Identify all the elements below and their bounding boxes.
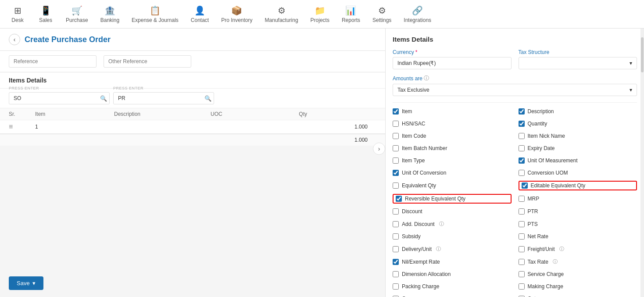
settings-icon: ⚙ [378, 5, 386, 16]
back-button[interactable]: ‹ [9, 34, 20, 45]
nav-desk[interactable]: ⊞ Desk [4, 3, 31, 26]
checkbox-input-mrp[interactable] [519, 196, 525, 202]
nav-contact[interactable]: 👤 Contact [186, 3, 214, 26]
amounts-info-icon[interactable]: ⓘ [424, 75, 429, 82]
checkbox-label-nil_exempt_rate: Nil/Exempt Rate [402, 259, 440, 265]
nav-banking[interactable]: 🏦 Banking [95, 3, 125, 26]
checkbox-input-add_discount[interactable] [393, 221, 399, 227]
checkbox-input-dimension_allocation[interactable] [393, 271, 399, 277]
checkbox-label-net_rate: Net Rate [528, 233, 548, 240]
currency-required: * [415, 49, 418, 55]
checkbox-input-delivery_unit[interactable] [393, 246, 399, 252]
checkbox-label-unit_of_conversion: Unit Of Conversion [402, 170, 446, 176]
nav-sales[interactable]: 📱 Sales [32, 3, 59, 26]
nav-reports[interactable]: 📊 Reports [336, 3, 365, 26]
amounts-select[interactable]: Tax Exclusive ▾ [393, 84, 637, 96]
col-sr: Sr. [9, 111, 35, 117]
checkbox-input-description[interactable] [519, 108, 525, 115]
nav-manufacturing[interactable]: ⚙ Manufacturing [260, 3, 304, 26]
checkbox-input-unit_of_measurement[interactable] [519, 157, 525, 164]
checkbox-input-service_charge[interactable] [519, 271, 525, 277]
currency-tax-row: Currency * Indian Rupee(₹) Tax Structure… [393, 49, 637, 69]
currency-select[interactable]: Indian Rupee(₹) [393, 57, 512, 69]
checkbox-input-editable_equivalent_qty[interactable] [522, 182, 528, 189]
checkbox-label-dimension_allocation: Dimension Allocation [402, 271, 451, 277]
info-icon-freight_unit[interactable]: ⓘ [559, 246, 564, 252]
checkbox-ptr: PTR [519, 207, 637, 216]
checkbox-label-item_batch_number: Item Batch Number [402, 145, 447, 151]
info-icon-add_discount[interactable]: ⓘ [439, 221, 444, 227]
checkbox-input-freight_unit[interactable] [519, 246, 525, 252]
checkbox-label-hsn_sac: HSN/SAC [402, 121, 425, 127]
so-filter-input[interactable] [9, 92, 110, 104]
save-dropdown-icon[interactable]: ▾ [32, 280, 36, 286]
checkbox-input-pts[interactable] [519, 221, 525, 227]
drag-handle[interactable]: ≡ [9, 123, 35, 131]
reports-icon: 📊 [345, 5, 356, 16]
checkbox-input-making_charge[interactable] [519, 283, 525, 290]
checkbox-input-item_nick_name[interactable] [519, 133, 525, 139]
checkbox-input-net_rate[interactable] [519, 233, 525, 240]
checkbox-input-tax_rate[interactable] [519, 259, 525, 265]
checkbox-label-editable_equivalent_qty: Editable Equivalent Qty [531, 182, 586, 189]
amounts-label: Amounts are ⓘ [393, 75, 637, 82]
checkbox-label-item_type: Item Type [402, 157, 425, 164]
total-qty: 1.000 [307, 137, 376, 143]
checkbox-label-freight_unit: Freight/Unit [528, 246, 555, 252]
checkbox-input-quantity[interactable] [519, 121, 525, 127]
checkbox-input-item[interactable] [393, 108, 399, 115]
info-icon-delivery_unit[interactable]: ⓘ [436, 246, 441, 252]
total-spacer [9, 137, 307, 143]
checkbox-input-equivalent_qty[interactable] [393, 182, 399, 189]
checkbox-input-nil_exempt_rate[interactable] [393, 259, 399, 265]
checkbox-input-hsn_sac[interactable] [393, 121, 399, 127]
checkbox-expiry_date: Expiry Date [519, 144, 637, 153]
pr-search-icon[interactable]: 🔍 [204, 95, 211, 102]
checkbox-making_charge: Making Charge [519, 282, 637, 291]
checkbox-input-item_code[interactable] [393, 133, 399, 139]
checkbox-input-reversible_equivalent_qty[interactable] [396, 196, 402, 202]
nav-projects[interactable]: 📁 Projects [305, 3, 335, 26]
checkbox-label-item: Item [402, 108, 412, 115]
checkbox-input-subsidy[interactable] [393, 233, 399, 240]
checkbox-input-conversion_uom[interactable] [519, 170, 525, 176]
checkbox-input-unit_of_conversion[interactable] [393, 170, 399, 176]
checkbox-input-discount[interactable] [393, 208, 399, 215]
nav-contact-label: Contact [191, 17, 209, 23]
nav-purchase[interactable]: 🛒 Purchase [61, 3, 93, 26]
nav-reports-label: Reports [342, 17, 360, 23]
checkbox-item_nick_name: Item Nick Name [519, 132, 637, 140]
checkbox-input-item_batch_number[interactable] [393, 145, 399, 151]
checkbox-pts: PTS [519, 219, 637, 229]
nav-expense-journals[interactable]: 📋 Expense & Journals [126, 3, 184, 26]
checkbox-quantity: Quantity [519, 119, 637, 128]
nav-settings[interactable]: ⚙ Settings [367, 3, 397, 26]
nav-pro-inventory[interactable]: 📦 Pro Inventory [216, 3, 258, 26]
pr-filter-wrapper: PRESS ENTER 🔍 [113, 92, 214, 104]
panel-toggle-button[interactable]: › [373, 143, 385, 155]
checkbox-label-pts: PTS [528, 221, 538, 227]
reference-input[interactable] [9, 55, 97, 68]
checkbox-label-tax_rate: Tax Rate [528, 259, 548, 265]
checkbox-label-description: Description [528, 108, 554, 115]
checkbox-input-expiry_date[interactable] [519, 145, 525, 151]
right-panel: Items Details Currency * Indian Rupee(₹)… [385, 29, 644, 297]
save-button[interactable]: Save ▾ [9, 276, 43, 290]
tax-structure-label: Tax Structure [519, 49, 637, 55]
tax-structure-select[interactable]: ▾ [519, 57, 637, 69]
amounts-chevron: ▾ [630, 87, 632, 93]
currency-field: Currency * Indian Rupee(₹) [393, 49, 512, 69]
checkbox-input-item_type[interactable] [393, 157, 399, 164]
so-search-icon[interactable]: 🔍 [100, 95, 107, 102]
scrollbar[interactable] [640, 29, 644, 297]
tax-structure-field: Tax Structure ▾ [519, 49, 637, 69]
so-search-box: 🔍 [9, 92, 110, 104]
checkbox-tax_rate: Tax Rateⓘ [519, 257, 637, 266]
nav-integrations[interactable]: 🔗 Integrations [398, 3, 436, 26]
checkbox-input-packing_charge[interactable] [393, 283, 399, 290]
pr-filter-input[interactable] [113, 92, 214, 104]
info-icon-tax_rate[interactable]: ⓘ [553, 258, 558, 265]
checkbox-input-ptr[interactable] [519, 208, 525, 215]
checkbox-discount: Discount [393, 207, 512, 216]
other-reference-input[interactable] [104, 55, 191, 68]
